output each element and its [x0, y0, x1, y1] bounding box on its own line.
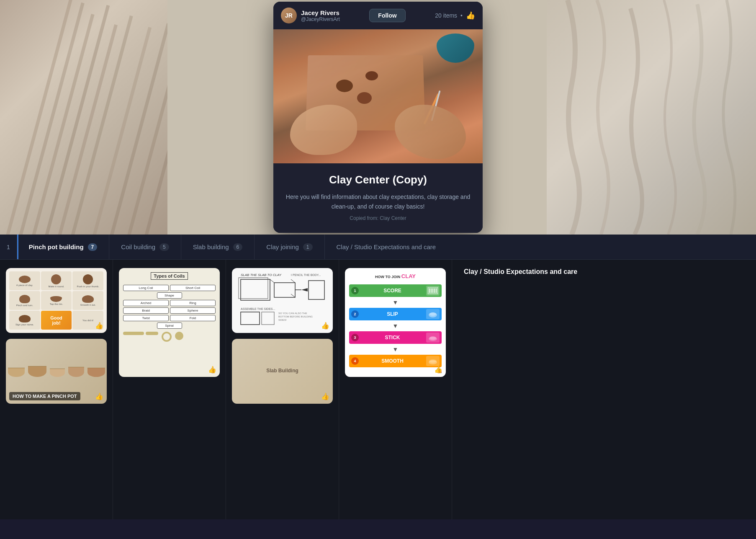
slab-svg: SLAB THE SLAB TO CLAY I PENCIL THE BODY.…: [237, 270, 329, 331]
card-title: Clay Center (Copy): [285, 173, 471, 186]
pinch-step-5-text: Tap the rim.: [50, 303, 63, 305]
coil-visual-ring: [162, 332, 172, 342]
join-slip-word: SLIP: [360, 311, 424, 317]
svg-line-7: [291, 294, 295, 297]
slab-card-2-title: Slab Building: [266, 368, 298, 374]
studio-section: Clay / Studio Expectations and care: [452, 260, 756, 519]
join-slip-num: 2: [351, 310, 359, 318]
tab-clay-joining-label: Clay joining: [266, 243, 299, 250]
coil-long: Long Coil: [123, 285, 169, 291]
svg-text:SO YOU CAN ALSO THE: SO YOU CAN ALSO THE: [278, 312, 307, 315]
coil-types-image: Types of Coils Long Coil Short Coil Shap…: [119, 268, 220, 377]
hero-section: JR Jacey Rivers @JaceyRiversArt Follow 2…: [0, 0, 756, 235]
coil-shape-label: Shape: [157, 292, 182, 299]
howto-title-text: HOW TO MAKE A PINCH POT: [13, 394, 77, 399]
like-icon[interactable]: 👍: [466, 11, 475, 20]
pinch-step-4-text: Pinch and turn.: [16, 304, 33, 307]
coil-arched: Arched: [123, 300, 169, 306]
svg-line-5: [270, 279, 274, 283]
svg-rect-2: [241, 279, 270, 300]
clay-shape-2: [51, 274, 61, 284]
card-copied-from: Copied from: Clay Center: [285, 215, 471, 221]
coil-twist: Twist: [123, 315, 169, 321]
clay-bg-left: [0, 0, 167, 235]
clay-join-card[interactable]: HOW TO JOIN CLAY 1 SCORE: [345, 268, 446, 377]
slab-card-2[interactable]: Slab Building 👍: [232, 339, 333, 404]
tab-index: 1: [0, 235, 17, 259]
pinch-steps-card[interactable]: A piece of clay. Make it round. Push in …: [6, 268, 107, 333]
join-header: HOW TO JOIN CLAY: [349, 272, 442, 280]
svg-text:SIDES!: SIDES!: [278, 319, 287, 321]
tab-slab[interactable]: Slab building 6: [181, 235, 255, 259]
avatar: JR: [281, 8, 297, 23]
join-score-row: 1 SCORE: [349, 284, 442, 297]
tab-clay-joining[interactable]: Clay joining 1: [255, 235, 324, 259]
svg-text:SLAB THE SLAB TO CLAY: SLAB THE SLAB TO CLAY: [241, 273, 282, 277]
svg-rect-4: [274, 283, 295, 297]
howto-card-like[interactable]: 👍: [95, 392, 103, 400]
collection-card: JR Jacey Rivers @JaceyRiversArt Follow 2…: [273, 2, 483, 233]
join-title-text: HOW TO JOIN CLAY: [375, 275, 416, 279]
svg-rect-13: [262, 312, 274, 325]
join-stick-icon: [426, 333, 440, 343]
coil-card-like[interactable]: 👍: [208, 366, 216, 374]
slab-card-2-like[interactable]: 👍: [321, 392, 329, 400]
pinch-cell-6: Smooth it out.: [72, 291, 103, 310]
pinch-cell-1: A piece of clay.: [9, 271, 40, 290]
dot-separator: •: [460, 12, 463, 19]
items-count-text: 20 items: [435, 12, 457, 19]
good-job-text: Goodjob!: [50, 315, 62, 325]
slab-card-2-content: Slab Building: [262, 364, 303, 379]
pinch-step-7-text: Sign your name.: [15, 323, 34, 326]
svg-point-26: [429, 336, 436, 340]
slab-diagram-card[interactable]: SLAB THE SLAB TO CLAY I PENCIL THE BODY.…: [232, 268, 333, 333]
slab-card-like[interactable]: 👍: [321, 322, 329, 330]
clay-joining-section: HOW TO JOIN CLAY 1 SCORE: [339, 260, 452, 519]
coil-types-card[interactable]: Types of Coils Long Coil Short Coil Shap…: [119, 268, 220, 377]
tab-pinch-pot[interactable]: Pinch pot building 7: [17, 235, 110, 259]
clay-piece-3: [365, 71, 378, 80]
coil-label-grid: Long Coil Short Coil: [123, 285, 216, 291]
card-header: JR Jacey Rivers @JaceyRiversArt Follow 2…: [273, 2, 483, 29]
join-slip-icon: [426, 309, 440, 319]
tab-coil[interactable]: Coil building 5: [109, 235, 181, 259]
slab-card-2-image: Slab Building: [232, 339, 333, 404]
bowl-3: [50, 369, 65, 377]
svg-rect-3: [239, 278, 268, 299]
clay-piece-1: [336, 80, 353, 92]
join-title-pink: CLAY: [401, 273, 416, 279]
clay-join-image: HOW TO JOIN CLAY 1 SCORE: [345, 268, 446, 377]
bowl-4: [68, 367, 84, 377]
pinch-step-1-text: A piece of clay.: [16, 284, 33, 286]
clay-shape-4: [19, 295, 30, 303]
slab-section: SLAB THE SLAB TO CLAY I PENCIL THE BODY.…: [226, 260, 339, 519]
coil-braid: Braid: [123, 307, 169, 314]
howto-pinch-pot-card[interactable]: HOW TO MAKE A PINCH POT 👍: [6, 339, 107, 404]
pinch-cell-5: Tap the rim.: [41, 291, 72, 310]
coil-braid-sphere: Braid Sphere: [123, 307, 216, 314]
clay-shape-6: [82, 295, 94, 303]
clay-shape-7: [19, 315, 31, 322]
coil-arched-ring: Arched Ring: [123, 300, 216, 306]
tab-studio[interactable]: Clay / Studio Expectations and care: [325, 235, 756, 259]
clay-bowls-display: [8, 366, 105, 377]
clay-texture-svg: [547, 0, 756, 235]
join-score-num: 1: [351, 287, 359, 294]
coil-fold: Fold: [170, 315, 216, 321]
clay-bg-right: [547, 0, 756, 235]
content-area: A piece of clay. Make it round. Push in …: [0, 260, 756, 519]
tab-pinch-label: Pinch pot building: [29, 243, 84, 250]
bowl-1: [8, 368, 25, 377]
join-stick-row: 3 STICK: [349, 331, 442, 344]
svg-text:ASSEMBLE THE SIDES...: ASSEMBLE THE SIDES...: [241, 307, 275, 310]
clay-join-like[interactable]: 👍: [434, 366, 442, 374]
pinch-step-3-text: Push in your thumb.: [77, 285, 99, 288]
tabs-bar: 1 Pinch pot building 7 Coil building 5 S…: [0, 235, 756, 260]
follow-button[interactable]: Follow: [369, 9, 405, 22]
pinch-step-2-text: Make it round.: [48, 285, 64, 288]
pinch-card-like[interactable]: 👍: [95, 322, 103, 330]
join-arrow-1: ▼: [349, 299, 442, 306]
svg-rect-10: [309, 281, 324, 299]
tab-coil-label: Coil building: [121, 243, 155, 250]
coil-section: Types of Coils Long Coil Short Coil Shap…: [113, 260, 226, 519]
